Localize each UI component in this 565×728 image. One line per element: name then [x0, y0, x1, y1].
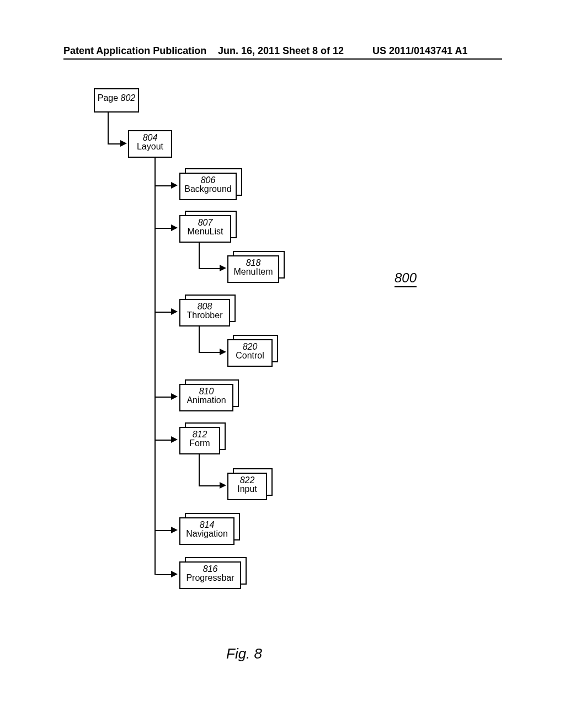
node-throbber-label: Throbber [180, 311, 229, 322]
arrow-animation [171, 393, 178, 400]
node-page-label: Page [98, 93, 118, 103]
conn-h-progressbar [154, 574, 172, 575]
arrow-progressbar [171, 571, 178, 577]
node-navigation-num: 814 [180, 518, 233, 529]
node-page-num: 802 [121, 91, 136, 103]
conn-h-form-input [199, 485, 221, 486]
conn-h-animation [154, 397, 172, 398]
figure-reference-number: 800 [395, 270, 417, 287]
node-navigation: 814 Navigation [179, 517, 234, 545]
node-menuitem: 818 MenuItem [227, 255, 279, 283]
conn-v-form-input [199, 452, 200, 485]
conn-h-form [154, 440, 172, 441]
node-layout-num: 804 [129, 131, 171, 142]
arrow-page-layout [120, 140, 127, 147]
node-input-label: Input [228, 485, 266, 496]
conn-h-throbber [154, 312, 172, 313]
arrow-throbber [171, 308, 178, 315]
node-progressbar: 816 Progressbar [179, 561, 241, 589]
conn-h-throbber-control [199, 352, 221, 353]
figure-caption: Fig. 8 [226, 645, 262, 662]
header-publication-type: Patent Application Publication [63, 45, 206, 57]
node-menulist-num: 807 [180, 216, 230, 227]
node-form-label: Form [180, 439, 219, 450]
node-progressbar-label: Progressbar [180, 574, 240, 585]
conn-v-page-layout [108, 110, 109, 143]
arrow-menulist [171, 224, 178, 231]
node-input-num: 822 [228, 474, 266, 485]
node-animation: 810 Animation [179, 384, 233, 411]
node-menuitem-label: MenuItem [228, 267, 278, 279]
node-animation-num: 810 [180, 385, 232, 396]
node-animation-label: Animation [180, 396, 232, 407]
conn-h-menulist-menuitem [199, 268, 221, 269]
node-menuitem-num: 818 [228, 256, 278, 267]
node-menulist: 807 MenuList [179, 215, 231, 243]
node-menulist-label: MenuList [180, 227, 230, 238]
node-throbber: 808 Throbber [179, 299, 230, 326]
trunk-mask [153, 575, 157, 608]
patent-figure-page: Patent Application Publication Jun. 16, … [0, 0, 565, 728]
arrow-menulist-menuitem [220, 265, 226, 271]
conn-h-navigation [154, 530, 172, 531]
node-background-num: 806 [180, 174, 236, 185]
conn-v-throbber-control [199, 324, 200, 352]
node-layout: 804 Layout [128, 130, 172, 158]
arrow-background [171, 182, 178, 189]
node-layout-label: Layout [129, 142, 171, 153]
conn-v-menulist-menuitem [199, 240, 200, 268]
header-date-sheet: Jun. 16, 2011 Sheet 8 of 12 [218, 45, 344, 57]
arrow-navigation [171, 527, 178, 533]
arrow-form-input [220, 482, 226, 489]
node-throbber-num: 808 [180, 300, 229, 311]
node-input: 822 Input [227, 473, 267, 500]
conn-h-background [154, 185, 172, 186]
arrow-form [171, 436, 178, 443]
node-page: Page 802 [94, 88, 139, 113]
arrow-throbber-control [220, 349, 226, 355]
node-form: 812 Form [179, 427, 220, 454]
header-publication-number: US 2011/0143741 A1 [372, 45, 467, 57]
header-separator [63, 58, 502, 60]
conn-h-menulist [154, 228, 172, 229]
node-control: 820 Control [227, 339, 273, 367]
node-navigation-label: Navigation [180, 529, 233, 540]
node-progressbar-num: 816 [180, 563, 240, 574]
node-form-num: 812 [180, 428, 219, 439]
node-background: 806 Background [179, 173, 237, 200]
node-background-label: Background [180, 185, 236, 196]
conn-h-page-layout [108, 143, 121, 144]
node-control-num: 820 [228, 340, 271, 351]
node-control-label: Control [228, 351, 271, 362]
